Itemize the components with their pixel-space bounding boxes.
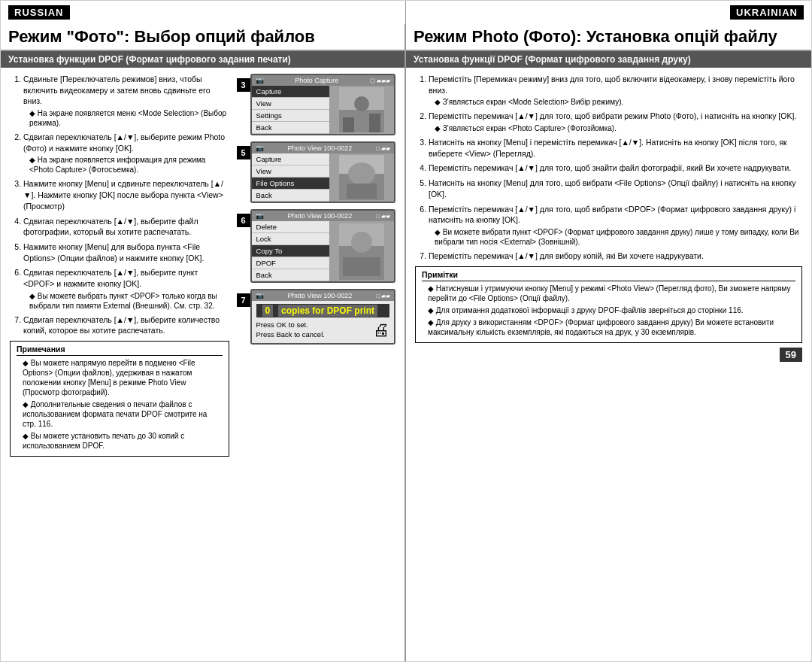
- screen-6-menu: Delete Lock Copy To DPOF Back: [252, 221, 330, 281]
- screen-7: 7 📷 Photo View 100-0022 □ ▰▰: [250, 289, 395, 345]
- screen-number-6: 6: [237, 214, 250, 227]
- lang-badge-russian: RUSSIAN: [8, 5, 70, 20]
- screen-6: 6 📷 Photo View 100-0022 □ ▰▰: [250, 209, 395, 283]
- screen-3: 3 📷 Photo Capture ⬡ ▰▰▰: [250, 74, 395, 135]
- screen-6-body: Delete Lock Copy To DPOF Back: [252, 221, 394, 281]
- content-left: Сдвиньте [Переключатель режимов] вниз, ч…: [1, 68, 406, 661]
- screen-3-menu: Capture View Settings Back: [252, 86, 330, 134]
- dpof-count-value: 0: [262, 305, 274, 317]
- screen-5-menu: Capture View File Options Back: [252, 153, 330, 202]
- step-ru-7: Сдвигая переключатель [▲/▼], выберите ко…: [23, 314, 229, 336]
- screen-7-icon: 📷: [256, 292, 264, 299]
- menu-item-back-3: Back: [252, 122, 329, 134]
- screen-3-title: Photo Capture: [295, 77, 338, 84]
- screen-7-title: Photo View 100-0022: [287, 292, 352, 299]
- step-ru-2: Сдвигая переключатель [▲/▼], выберите ре…: [23, 132, 229, 175]
- text-column-ukrainian: Перемістіть [Перемикач режиму] вниз для …: [415, 74, 802, 655]
- subtitle-right: Установка функції DPOF (Формат цифрового…: [406, 51, 811, 68]
- menu-item-back-6: Back: [252, 269, 329, 281]
- step-uk-4: Перемістіть перемикач [▲/▼] для того, що…: [429, 162, 802, 174]
- steps-list-russian: Сдвиньте [Переключатель режимов] вниз, ч…: [10, 74, 229, 336]
- printer-icon: 🖨: [373, 320, 389, 340]
- menu-item-view-5: View: [252, 166, 329, 178]
- screen-5-title: Photo View 100-0022: [287, 144, 352, 152]
- notes-title-russian: Примечания: [17, 345, 223, 356]
- screen-number-3: 3: [237, 78, 250, 92]
- bullet-uk-6: Ви можете вибрати пункт <DPOF> (Формат ц…: [429, 227, 802, 247]
- menu-item-capture-5: Capture: [252, 153, 329, 166]
- svg-point-11: [351, 232, 372, 253]
- svg-point-7: [348, 162, 375, 185]
- title-right: Режим Photo (Фото): Установка опцій файл…: [406, 24, 811, 50]
- screens-column: 3 📷 Photo Capture ⬡ ▰▰▰: [234, 74, 395, 655]
- header-left: RUSSIAN: [1, 1, 406, 24]
- screen-number-7: 7: [237, 293, 250, 307]
- note-uk-1: Натиснувши і утримуючи кнопку [Menu] у р…: [422, 284, 795, 303]
- svg-rect-8: [347, 184, 377, 199]
- screen-5-image: [330, 153, 394, 202]
- note-uk-3: Для друку з використанням <DPOF> (Формат…: [422, 317, 795, 337]
- scene-image-6: [339, 223, 384, 280]
- menu-item-delete-6: Delete: [252, 221, 329, 233]
- dpof-count-label: copies for DPOF print: [278, 305, 377, 317]
- step-uk-3: Натисніть на кнопку [Menu] і перемістіть…: [429, 137, 802, 159]
- step-uk-5: Натисніть на кнопку [Menu] для того, щоб…: [429, 178, 802, 199]
- scene-image-5: [339, 155, 384, 200]
- bullet-ru-1: На экране появляется меню <Mode Selectio…: [23, 108, 229, 128]
- svg-rect-3: [343, 117, 354, 132]
- title-left: Режим "Фото": Выбор опций файлов: [1, 24, 406, 50]
- menu-item-back-5: Back: [252, 190, 329, 202]
- note-uk-2: Для отримання додаткової інформації з др…: [422, 305, 795, 315]
- note-ru-2: Дополнительные сведения о печати файлов …: [17, 399, 223, 429]
- step-ru-3: Нажмите кнопку [Menu] и сдвиньте переклю…: [23, 178, 229, 211]
- svg-point-2: [354, 96, 369, 111]
- screen-6-icon: 📷: [256, 212, 264, 220]
- bullet-uk-1: З'являється екран <Mode Selection> Вибір…: [429, 97, 802, 107]
- menu-item-copyto-6: Copy To: [252, 245, 329, 257]
- step-uk-7: Перемістіть перемикач [▲/▼] для вибору к…: [429, 251, 802, 262]
- screen-6-image: [330, 221, 394, 281]
- step-uk-2: Перемістіть перемикач [▲/▼] для того, що…: [429, 111, 802, 133]
- screen-7-header: 📷 Photo View 100-0022 □ ▰▰: [252, 290, 394, 301]
- subtitle-left: Установка функции DPOF (Формат цифрового…: [1, 51, 406, 68]
- step-uk-6: Перемістіть перемикач [▲/▼] для того, що…: [429, 204, 802, 247]
- menu-item-capture-3: Capture: [252, 86, 329, 98]
- screen-6-header: 📷 Photo View 100-0022 □ ▰▰: [252, 211, 394, 221]
- press-ok-text: Press OK to set.: [256, 320, 325, 329]
- step-ru-5: Нажмите кнопку [Menu] для выбора пункта …: [23, 241, 229, 263]
- note-ru-3: Вы можете установить печать до 30 копий …: [17, 431, 223, 451]
- screen-3-body: Capture View Settings Back: [252, 86, 394, 134]
- bullet-ru-2: На экране появляется информация для режи…: [23, 155, 229, 175]
- content-right: Перемістіть [Перемикач режиму] вниз для …: [406, 68, 811, 661]
- lang-badge-ukrainian: UKRAINIAN: [730, 5, 804, 20]
- screen-6-title: Photo View 100-0022: [287, 212, 352, 220]
- notes-box-russian: Примечания Вы можете напрямую перейти в …: [10, 341, 229, 457]
- menu-item-view-3: View: [252, 98, 329, 110]
- screen-5-body: Capture View File Options Back: [252, 153, 394, 202]
- step-ru-1: Сдвиньте [Переключатель режимов] вниз, ч…: [23, 74, 229, 128]
- dpof-count: 0 copies for DPOF print: [256, 304, 389, 317]
- menu-item-fileoptions-5: File Options: [252, 178, 329, 190]
- scene-image-3: [339, 87, 384, 132]
- menu-item-lock-6: Lock: [252, 233, 329, 245]
- step-ru-6: Сдвигая переключатель [▲/▼], выберите пу…: [23, 267, 229, 310]
- step-uk-1: Перемістіть [Перемикач режиму] вниз для …: [429, 74, 802, 107]
- screen-3-image: [330, 86, 394, 134]
- menu-item-settings-3: Settings: [252, 110, 329, 122]
- text-column-russian: Сдвиньте [Переключатель режимов] вниз, ч…: [10, 74, 234, 655]
- bullet-uk-2: З'являється екран <Photo Capture> (Фотоз…: [429, 123, 802, 133]
- screen-number-5: 5: [237, 146, 250, 159]
- menu-item-dpof-6: DPOF: [252, 257, 329, 269]
- screen-7-body: 0 copies for DPOF print Press OK to set.…: [252, 301, 394, 343]
- step-ru-4: Сдвигая переключатель [▲/▼], выберите фа…: [23, 216, 229, 238]
- header-right: UKRAINIAN: [406, 1, 811, 24]
- screen-5-header: 📷 Photo View 100-0022 □ ▰▰: [252, 143, 394, 153]
- screen-3-icon: 📷: [256, 77, 264, 84]
- screen-5: 5 📷 Photo View 100-0022 □ ▰▰: [250, 141, 395, 203]
- notes-title-ukrainian: Примітки: [422, 270, 795, 281]
- svg-rect-4: [369, 114, 380, 132]
- bullet-ru-6: Вы можете выбрать пункт <DPOF> только ко…: [23, 291, 229, 311]
- screen-5-icon: 📷: [256, 144, 264, 152]
- notes-box-ukrainian: Примітки Натиснувши і утримуючи кнопку […: [415, 266, 802, 343]
- svg-rect-12: [343, 257, 380, 276]
